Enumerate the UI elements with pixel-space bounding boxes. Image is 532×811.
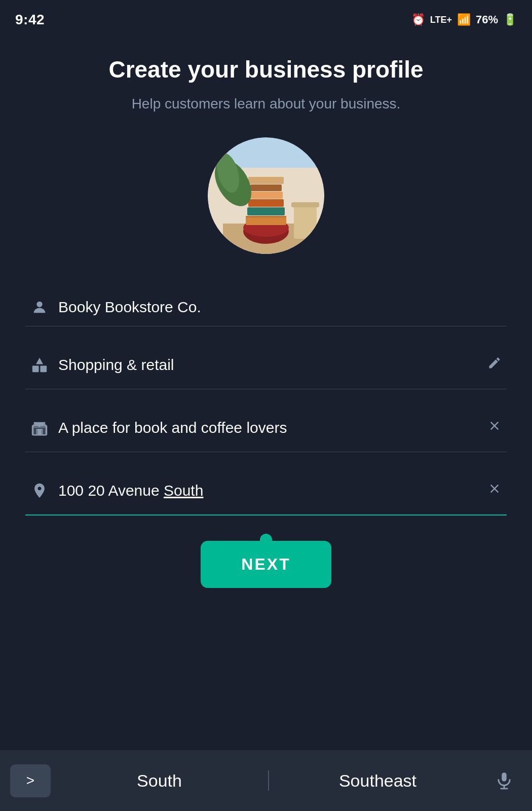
category-value: Shopping & retail	[53, 356, 482, 374]
svg-rect-26	[502, 772, 507, 781]
page-title: Create your business profile	[108, 56, 423, 84]
keyboard-suggestions: South Southeast	[51, 766, 486, 796]
address-text-before: 100 20 Avenue	[58, 482, 164, 499]
main-content: Create your business profile Help custom…	[0, 35, 532, 588]
status-bar: 9:42 ⏰ LTE+ 📶 76% 🔋	[0, 0, 532, 35]
svg-rect-11	[250, 185, 282, 191]
person-icon	[25, 299, 53, 316]
suggestion-south[interactable]: South	[51, 766, 268, 796]
mic-button[interactable]	[486, 771, 522, 790]
next-button-container: NEXT	[201, 541, 331, 588]
svg-rect-12	[248, 177, 284, 184]
next-button[interactable]: NEXT	[201, 541, 331, 588]
keyboard-chevron-button[interactable]: >	[10, 764, 51, 797]
signal-icon: 📶	[457, 13, 471, 26]
suggestion-southeast[interactable]: Southeast	[269, 766, 486, 796]
page-subtitle: Help customers learn about your business…	[132, 96, 401, 112]
edit-icon[interactable]	[482, 351, 507, 379]
svg-marker-20	[35, 358, 43, 364]
alarm-icon: ⏰	[411, 13, 425, 26]
location-icon	[25, 482, 53, 499]
address-field[interactable]: 100 20 Avenue South	[25, 462, 507, 515]
status-time: 9:42	[15, 12, 45, 28]
description-field[interactable]: A place for book and coffee lovers	[25, 399, 507, 452]
svg-rect-15	[294, 203, 317, 239]
address-value: 100 20 Avenue South	[53, 482, 482, 499]
svg-rect-10	[249, 192, 283, 199]
svg-rect-16	[291, 202, 319, 207]
category-field[interactable]: Shopping & retail	[25, 337, 507, 389]
business-avatar[interactable]	[208, 137, 324, 254]
chevron-right-icon: >	[26, 772, 34, 789]
svg-rect-7	[246, 216, 286, 217]
battery-text: 76%	[476, 13, 498, 26]
store-icon	[25, 419, 53, 436]
lte-icon: LTE+	[430, 15, 452, 25]
description-clear-icon[interactable]	[482, 414, 507, 441]
business-name-field[interactable]: Booky Bookstore Co.	[25, 284, 507, 326]
status-icons: ⏰ LTE+ 📶 76% 🔋	[411, 13, 517, 26]
svg-rect-9	[248, 199, 284, 207]
keyboard-bar: > South Southeast	[0, 750, 532, 811]
cursor-indicator	[260, 534, 272, 546]
category-icon	[25, 356, 53, 374]
svg-rect-19	[40, 365, 47, 372]
svg-rect-23	[37, 429, 42, 435]
address-clear-icon[interactable]	[482, 476, 507, 504]
svg-rect-8	[247, 207, 285, 215]
svg-rect-18	[32, 365, 39, 372]
battery-icon: 🔋	[503, 13, 517, 26]
address-text-highlighted: South	[164, 482, 203, 499]
form-container: Booky Bookstore Co. Shopping & retail	[25, 284, 507, 526]
description-value: A place for book and coffee lovers	[53, 419, 482, 436]
business-name-value: Booky Bookstore Co.	[53, 299, 507, 316]
svg-point-17	[36, 302, 42, 307]
